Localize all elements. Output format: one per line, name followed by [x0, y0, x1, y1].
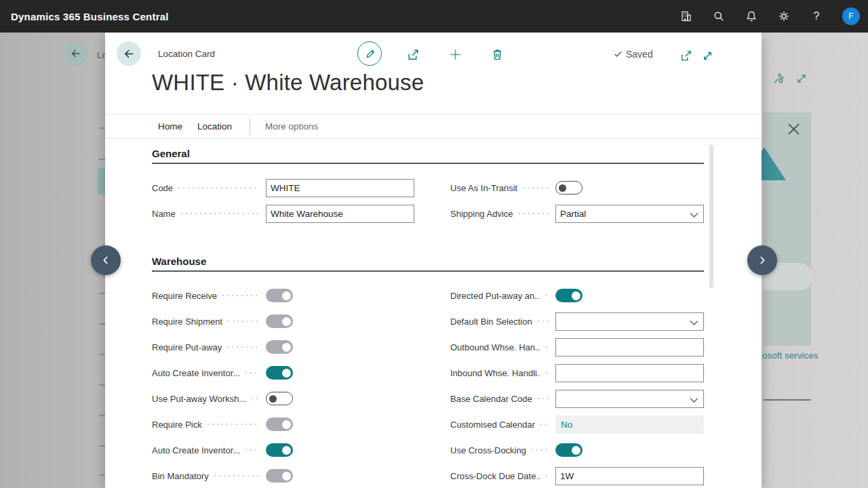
help-icon[interactable]: ?: [810, 9, 823, 23]
name-input[interactable]: [266, 205, 414, 223]
use-put-away-worksheet-toggle[interactable]: [266, 392, 293, 405]
underlying-text-fragment: [99, 384, 105, 386]
dotted-leader: [245, 372, 259, 373]
more-options-button[interactable]: More options: [265, 121, 318, 131]
field-control: [266, 392, 414, 405]
tab-location[interactable]: Location: [197, 121, 232, 131]
dotted-leader: [181, 213, 259, 214]
field-control: No: [555, 415, 704, 434]
field-row-auto-create-inventory-pick: Auto Create Inventor...: [152, 437, 414, 463]
pin-icon: [772, 72, 785, 85]
dotted-leader: [546, 372, 549, 373]
field-row-require-receive: Require Receive: [152, 283, 414, 308]
field-label: Directed Put-away an...: [450, 291, 540, 301]
inbound-whse-handling-input[interactable]: [555, 364, 704, 382]
avatar[interactable]: F: [842, 7, 860, 25]
delete-button[interactable]: [490, 47, 505, 62]
expand-button[interactable]: [700, 48, 715, 63]
tab-home[interactable]: Home: [158, 121, 182, 131]
popout-icon: [679, 49, 692, 62]
code-input[interactable]: [266, 179, 414, 197]
customised-calendar-value[interactable]: No: [555, 415, 704, 434]
field-label: Customised Calendar: [450, 420, 535, 430]
underlying-text-fragment: [99, 445, 105, 447]
chevron-right-icon: [757, 255, 768, 266]
next-record-button[interactable]: [747, 245, 777, 275]
dotted-leader: [523, 187, 549, 188]
field-control: [266, 289, 414, 302]
require-put-away-toggle[interactable]: [266, 340, 293, 354]
field-label: Base Calendar Code: [450, 394, 532, 404]
outbound-whse-handling-input[interactable]: [555, 338, 704, 357]
notifications-icon[interactable]: [745, 9, 758, 23]
field-row-require-shipment: Require Shipment: [152, 308, 414, 334]
field-label: Use Put-away Worksh...: [152, 394, 246, 404]
popout-button[interactable]: [678, 48, 693, 63]
field-label: Require Receive: [152, 291, 217, 301]
dotted-leader: [546, 475, 549, 476]
field-column: CodeName: [152, 175, 414, 226]
underlying-text-fragment: [99, 354, 105, 355]
field-label: Shipping Advice: [450, 209, 513, 219]
previous-record-button[interactable]: [91, 245, 121, 275]
chevron-down-icon: [690, 397, 698, 403]
bin-mandatory-toggle[interactable]: [266, 469, 293, 483]
expand-icon: [701, 49, 714, 62]
default-bin-selection-select[interactable]: [555, 312, 704, 331]
shipping-advice-select[interactable]: Partial: [555, 205, 704, 223]
select-value: Partial: [560, 209, 586, 219]
dotted-leader: [214, 475, 259, 476]
directed-put-away-and-pick-toggle[interactable]: [555, 289, 583, 302]
field-label: Auto Create Inventor...: [152, 445, 240, 455]
field-control: [266, 469, 414, 483]
field-column: Use As In-TransitShipping AdvicePartial: [450, 175, 704, 226]
section-title-general[interactable]: General: [152, 148, 704, 164]
new-button[interactable]: [448, 47, 462, 62]
field-control: [555, 312, 704, 331]
section-title-warehouse[interactable]: Warehouse: [152, 256, 704, 272]
require-receive-toggle[interactable]: [266, 289, 293, 302]
underlying-panel-actions: [772, 72, 808, 85]
dotted-leader: [540, 424, 549, 425]
use-cross-docking-toggle[interactable]: [555, 443, 583, 457]
field-control: [266, 314, 414, 328]
back-button[interactable]: [117, 41, 141, 66]
field-row-base-calendar-code: Base Calendar Code: [450, 386, 704, 411]
underlying-teaching-card: [764, 113, 811, 346]
require-shipment-toggle[interactable]: [266, 314, 293, 328]
scrollbar-thumb[interactable]: [709, 144, 713, 288]
dotted-leader: [227, 346, 259, 348]
field-row-use-as-in-transit: Use As In-Transit: [450, 175, 704, 201]
field-control: [555, 443, 704, 457]
share-icon: [406, 47, 420, 62]
field-control: [555, 390, 704, 408]
field-control: [266, 418, 414, 431]
search-icon[interactable]: [712, 9, 726, 23]
field-row-require-put-away: Require Put-away: [152, 334, 414, 360]
field-label: Use As In-Transit: [450, 183, 517, 193]
field-label: Require Shipment: [152, 317, 222, 327]
toggle-knob: [282, 420, 291, 429]
dotted-leader: [538, 398, 549, 399]
section-grid: CodeNameUse As In-TransitShipping Advice…: [152, 175, 704, 226]
settings-icon[interactable]: [777, 9, 791, 23]
auto-create-inventory-pick-toggle[interactable]: [266, 443, 293, 457]
cross-dock-due-date-calc-input[interactable]: [555, 467, 704, 485]
field-column: Require ReceiveRequire ShipmentRequire P…: [152, 283, 414, 488]
field-control: [555, 181, 704, 195]
base-calendar-code-select[interactable]: [555, 390, 704, 408]
underlying-section-divider: [764, 399, 811, 401]
use-as-in-transit-toggle[interactable]: [555, 181, 583, 195]
auto-create-inventory-put-away-toggle[interactable]: [266, 366, 293, 380]
field-control: [266, 366, 414, 380]
require-pick-toggle[interactable]: [266, 418, 293, 431]
field-row-inbound-whse-handling: Inbound Whse. Handli...: [450, 360, 704, 386]
edit-button[interactable]: [357, 41, 382, 66]
field-row-customised-calendar: Customised CalendarNo: [450, 411, 704, 437]
share-button[interactable]: [406, 47, 420, 62]
screen: Dynamics 365 Business Central: [0, 0, 868, 488]
dotted-leader: [519, 213, 549, 214]
toggle-knob: [282, 317, 291, 326]
company-icon[interactable]: [679, 9, 693, 23]
toggle-knob: [559, 184, 566, 192]
